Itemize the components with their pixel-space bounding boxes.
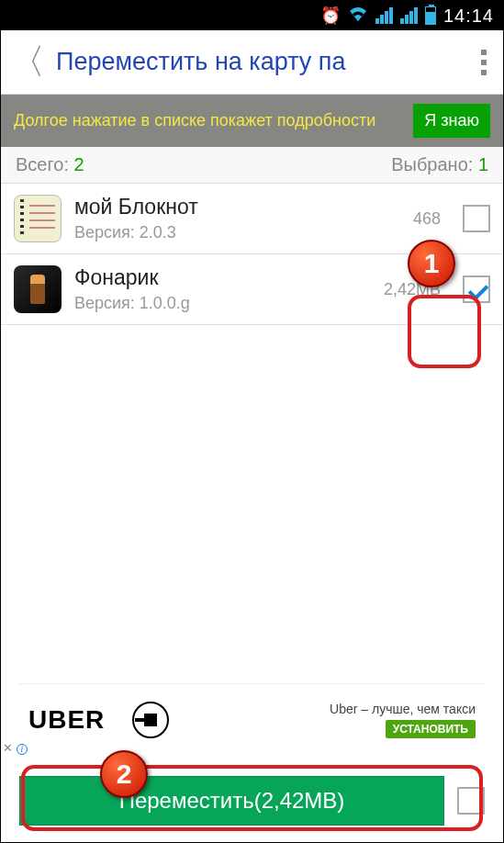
tip-dismiss-button[interactable]: Я знаю [413, 104, 490, 138]
selected-count: Выбрано: 1 [391, 154, 488, 175]
ad-text-block: Uber – лучше, чем такси УСТАНОВИТЬ [330, 702, 476, 738]
battery-icon [425, 6, 436, 25]
ad-marker[interactable]: ✕ i [3, 741, 28, 755]
annotation-box-2 [21, 765, 483, 831]
alarm-icon: ⏰ [320, 6, 341, 26]
ad-install-button[interactable]: УСТАНОВИТЬ [386, 720, 476, 738]
status-bar: ⏰ 14:14 [1, 1, 503, 30]
annotation-badge-2: 2 [100, 750, 148, 798]
counts-bar: Всего: 2 Выбрано: 1 [1, 147, 503, 184]
app-checkbox[interactable] [463, 205, 490, 232]
app-size: 468 [413, 209, 441, 229]
app-icon-flashlight [14, 265, 62, 313]
app-version: Версия: 2.0.3 [74, 223, 400, 242]
annotation-badge-1: 1 [408, 240, 455, 287]
ad-brand: UBER [28, 705, 105, 735]
app-header: 〈 Переместить на карту па [1, 30, 503, 95]
clock: 14:14 [443, 6, 494, 27]
app-version: Версия: 1.0.0.g [74, 294, 371, 313]
ad-logo-icon [132, 702, 169, 738]
signal-icon-2 [400, 7, 418, 24]
back-chevron-icon[interactable]: 〈 [10, 39, 45, 85]
app-name: Фонарик [74, 265, 371, 290]
ad-banner[interactable]: ✕ i UBER Uber – лучше, чем такси УСТАНОВ… [19, 683, 485, 755]
ad-headline: Uber – лучше, чем такси [330, 702, 476, 716]
app-icon-notepad [14, 195, 62, 242]
tip-banner: Долгое нажатие в списке покажет подробно… [1, 95, 503, 147]
wifi-icon [348, 6, 368, 27]
total-count: Всего: 2 [16, 154, 84, 175]
overflow-menu-icon[interactable] [474, 42, 494, 83]
signal-icon [375, 7, 393, 24]
annotation-box-1 [408, 295, 481, 368]
page-title: Переместить на карту па [56, 48, 474, 76]
app-name: мой Блокнот [74, 195, 400, 219]
tip-text: Долгое нажатие в списке покажет подробно… [14, 110, 404, 131]
item-info: Фонарик Версия: 1.0.0.g [74, 265, 371, 313]
item-info: мой Блокнот Версия: 2.0.3 [74, 195, 400, 242]
